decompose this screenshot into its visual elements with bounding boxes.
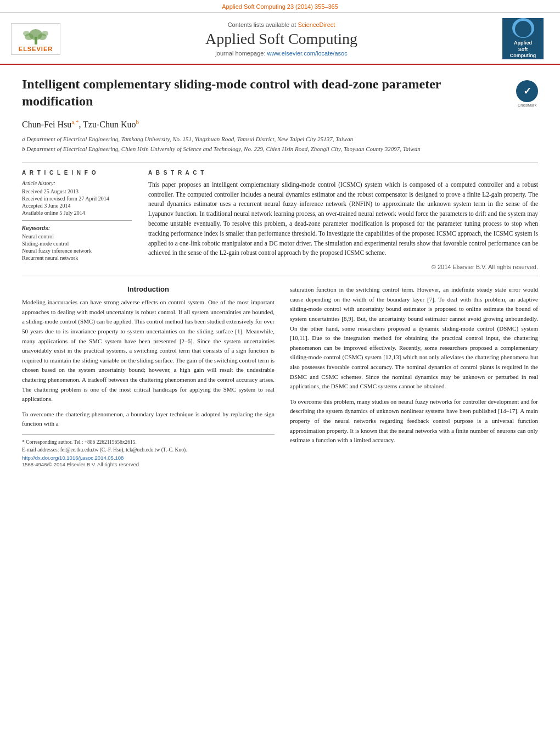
sciencedirect-link[interactable]: ScienceDirect — [298, 21, 335, 28]
article-info-col: A R T I C L E I N F O Article history: R… — [22, 170, 132, 271]
contents-label: Contents lists available at — [228, 21, 296, 28]
footnote-area: * Corresponding author. Tel.: +886 22621… — [22, 434, 275, 454]
article-info-abstract-cols: A R T I C L E I N F O Article history: R… — [22, 163, 538, 271]
journal-title-center: Contents lists available at ScienceDirec… — [60, 21, 502, 57]
crossmark-badge: ✓ CrossMark — [516, 80, 538, 102]
keyword-3: Neural fuzzy inference network — [22, 248, 132, 254]
author2-name: , Tzu-Chun Kuo — [79, 120, 136, 130]
author1-super: a,* — [71, 119, 79, 125]
history-title: Article history: — [22, 180, 132, 186]
main-content: Intelligent complementary sliding-mode c… — [0, 65, 560, 478]
copyright-line: © 2014 Elsevier B.V. All rights reserved… — [148, 264, 538, 270]
journal-citation: Applied Soft Computing 23 (2014) 355–365 — [222, 3, 338, 10]
available-date: Available online 5 July 2014 — [22, 210, 132, 216]
issn-line: 1568-4946/© 2014 Elsevier B.V. All right… — [22, 461, 275, 467]
body-section: Introduction Modeling inaccuracies can h… — [22, 276, 538, 467]
received-date: Received 25 August 2013 — [22, 188, 132, 194]
body-two-col: Introduction Modeling inaccuracies can h… — [22, 285, 538, 467]
logo-line1: Applied — [514, 40, 532, 47]
article-title-section: Intelligent complementary sliding-mode c… — [22, 76, 538, 110]
abstract-body: This paper proposes an intelligent compl… — [148, 181, 538, 256]
intro-para3: saturation function in the switching con… — [290, 285, 538, 392]
journal-name: Applied Soft Computing — [60, 30, 502, 48]
intro-para4: To overcome this problem, many studies o… — [290, 397, 538, 445]
doi-line: http://dx.doi.org/10.1016/j.asoc.2014.05… — [22, 455, 275, 461]
introduction-title: Introduction — [22, 285, 275, 293]
homepage-url[interactable]: www.elsevier.com/locate/asoc — [267, 50, 348, 57]
top-bar: Applied Soft Computing 23 (2014) 355–365 — [0, 0, 560, 13]
body-left-col: Introduction Modeling inaccuracies can h… — [22, 285, 275, 467]
intro-para1: Modeling inaccuracies can have strong ad… — [22, 298, 275, 404]
elsevier-label: ELSEVIER — [19, 46, 53, 52]
homepage-label: journal homepage: — [215, 50, 265, 57]
homepage-line: journal homepage: www.elsevier.com/locat… — [60, 50, 502, 57]
abstract-text: This paper proposes an intelligent compl… — [148, 180, 538, 259]
divider — [22, 220, 132, 221]
svg-point-4 — [23, 31, 30, 36]
abstract-label: A B S T R A C T — [148, 170, 538, 176]
journal-header: ELSEVIER Contents lists available at Sci… — [0, 13, 560, 65]
body-right-col: saturation function in the switching con… — [290, 285, 538, 467]
contents-line: Contents lists available at ScienceDirec… — [60, 21, 502, 28]
logo-line3: Computing — [510, 53, 536, 59]
elsevier-tree-icon — [21, 26, 51, 44]
author2-super: b — [136, 119, 139, 125]
crossmark-label: CrossMark — [516, 103, 538, 107]
journal-logo-right: Applied Soft Computing — [502, 18, 544, 59]
crossmark-icon: ✓ — [516, 80, 538, 102]
accepted-date: Accepted 3 June 2014 — [22, 203, 132, 209]
elsevier-logo: ELSEVIER — [11, 23, 60, 55]
affil-b: b Department of Electrical Engineering, … — [22, 144, 538, 154]
keyword-4: Recurrent neural network — [22, 255, 132, 261]
svg-point-5 — [42, 31, 48, 36]
affiliations: a Department of Electrical Engineering, … — [22, 135, 538, 154]
affil-a: a Department of Electrical Engineering, … — [22, 135, 538, 144]
logo-line2: Soft — [518, 47, 528, 53]
article-info-label: A R T I C L E I N F O — [22, 170, 132, 176]
intro-para2: To overcome the chattering phenomenon, a… — [22, 410, 275, 429]
author1-name: Chun-Fei Hsu — [22, 120, 71, 130]
article-title: Intelligent complementary sliding-mode c… — [22, 76, 516, 110]
abstract-col: A B S T R A C T This paper proposes an i… — [148, 170, 538, 271]
keyword-1: Neural control — [22, 233, 132, 239]
keyword-2: Sliding-mode control — [22, 241, 132, 247]
logo-circle-graphic — [512, 18, 534, 38]
revised-date: Received in revised form 27 April 2014 — [22, 196, 132, 202]
keywords-label: Keywords: — [22, 225, 132, 231]
email-addresses: E-mail addresses: fei@ee.tku.edu.tw (C.-… — [22, 446, 275, 454]
corresponding-author: * Corresponding author. Tel.: +886 22621… — [22, 438, 275, 446]
authors-line: Chun-Fei Hsua,*, Tzu-Chun Kuob — [22, 119, 538, 130]
